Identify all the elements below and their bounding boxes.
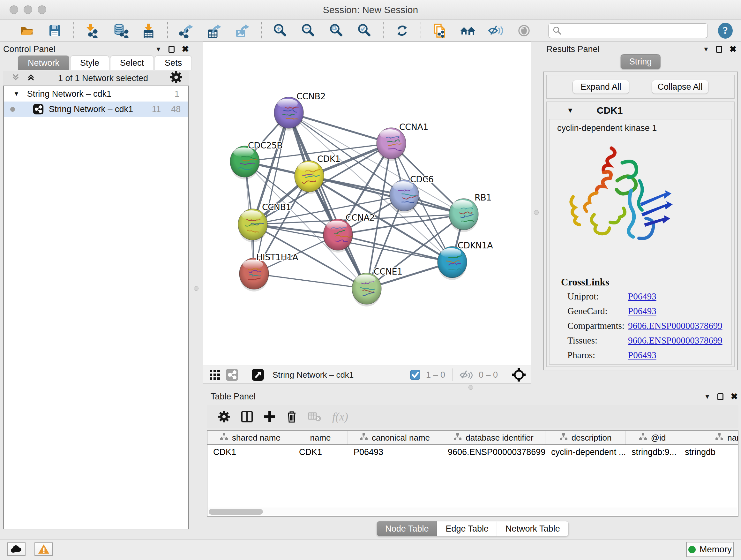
- search-icon: [553, 26, 562, 37]
- tab-select[interactable]: Select: [110, 56, 154, 70]
- tab-network-table[interactable]: Network Table: [497, 521, 569, 537]
- zoom-in-icon[interactable]: [272, 22, 288, 39]
- gene-description: cyclin-dependent kinase 1: [557, 123, 657, 133]
- column-header-name[interactable]: name: [293, 431, 348, 444]
- column-header-database-identifier[interactable]: database identifier: [442, 431, 545, 444]
- expand-all-button[interactable]: Expand All: [572, 80, 629, 94]
- table-cell[interactable]: stringdb: [679, 445, 738, 459]
- add-icon[interactable]: [264, 410, 275, 423]
- table-body: CDK1CDK1P064939606.ENSP00000378699cyclin…: [207, 445, 738, 459]
- float-panel-icon[interactable]: [716, 46, 722, 53]
- crosslink-value[interactable]: P06493: [628, 291, 657, 302]
- panel-menu-icon[interactable]: ▼: [703, 46, 710, 53]
- columns-icon[interactable]: [241, 410, 253, 423]
- network-canvas[interactable]: CCNB2CCNA1CDC25BCDK1CDC6RB1CCNB1CCNA2CDK…: [203, 42, 531, 366]
- import-network-icon[interactable]: [84, 22, 101, 39]
- column-header--id[interactable]: @id: [626, 431, 679, 444]
- save-session-icon[interactable]: [47, 22, 63, 39]
- column-header-shared-name[interactable]: shared name: [207, 431, 293, 444]
- string-results-container: Expand All Collapse All ▼ CDK1 cyclin-de…: [543, 71, 738, 370]
- import-table-icon[interactable]: [140, 22, 157, 39]
- float-panel-icon[interactable]: [718, 393, 724, 400]
- zoom-selected-icon[interactable]: [356, 22, 373, 39]
- table-cell[interactable]: cyclin-dependent ...: [545, 445, 626, 459]
- close-panel-icon[interactable]: ✖: [729, 44, 737, 54]
- selected-checkbox[interactable]: [410, 370, 420, 380]
- crosslink-label: GeneCard:: [567, 306, 608, 316]
- right-splitter-handle[interactable]: [534, 210, 539, 215]
- zoom-fit-icon[interactable]: [328, 22, 345, 39]
- cloud-icon[interactable]: [7, 543, 25, 556]
- hidden-node-edge-count: 0 – 0: [479, 370, 498, 380]
- neighbors-icon[interactable]: [460, 22, 476, 39]
- column-header-description[interactable]: description: [545, 431, 626, 444]
- refresh-icon[interactable]: [394, 22, 410, 39]
- close-panel-icon[interactable]: ✖: [182, 44, 189, 54]
- grid-icon[interactable]: [209, 369, 220, 381]
- import-database-icon[interactable]: [112, 22, 129, 39]
- panel-menu-icon[interactable]: ▼: [704, 393, 711, 400]
- expand-collapse-box: Expand All Collapse All: [546, 75, 735, 99]
- collection-count: 1: [175, 89, 179, 99]
- gene-section-header[interactable]: ▼ CDK1: [547, 102, 734, 119]
- table-cell[interactable]: P06493: [348, 445, 442, 459]
- collapse-node-icon[interactable]: ▼: [13, 90, 19, 98]
- birdseye-icon[interactable]: [252, 368, 264, 381]
- crosshair-icon[interactable]: [512, 368, 526, 382]
- collapse-section-icon[interactable]: ▼: [567, 106, 574, 115]
- crosslink-value[interactable]: P06493: [628, 306, 657, 316]
- network-tree-row[interactable]: String Network – cdk1 11 48: [4, 102, 188, 117]
- selected-node-edge-count: 1 – 0: [426, 370, 445, 380]
- hidden-eye-icon: [459, 369, 473, 381]
- table-hscrollbar[interactable]: [208, 508, 737, 515]
- table-row[interactable]: CDK1CDK1P064939606.ENSP00000378699cyclin…: [207, 445, 738, 459]
- svg-text:CDK1: CDK1: [317, 154, 340, 164]
- horizontal-splitter-handle[interactable]: [468, 385, 473, 390]
- share-box-icon[interactable]: [226, 368, 239, 381]
- crosslink-value[interactable]: 9606.ENSP00000378699: [628, 320, 723, 331]
- show-details-icon: [516, 22, 532, 39]
- tab-sets[interactable]: Sets: [155, 56, 192, 70]
- zoom-out-icon[interactable]: [300, 22, 317, 39]
- export-image-icon[interactable]: [234, 22, 251, 39]
- export-network-icon[interactable]: [178, 22, 195, 39]
- gear-icon[interactable]: [218, 411, 230, 423]
- table-cell[interactable]: CDK1: [207, 445, 293, 459]
- left-splitter-handle[interactable]: [194, 286, 199, 291]
- expand-all-icon[interactable]: [25, 72, 37, 85]
- tab-network[interactable]: Network: [18, 56, 69, 70]
- collapse-all-icon[interactable]: [10, 72, 21, 85]
- main-toolbar: ?: [0, 20, 741, 42]
- collapse-all-button[interactable]: Collapse All: [652, 80, 709, 94]
- hierarchy-icon: [715, 433, 724, 443]
- tab-style[interactable]: Style: [70, 56, 109, 70]
- network-tree-row[interactable]: ▼ String Network – cdk1 1: [4, 86, 188, 102]
- hide-details-icon[interactable]: [488, 22, 504, 39]
- crosslink-value[interactable]: P06493: [628, 350, 657, 361]
- close-panel-icon[interactable]: ✖: [731, 391, 738, 401]
- warning-icon[interactable]: [35, 543, 53, 556]
- table-cell[interactable]: 9606.ENSP00000378699: [442, 445, 545, 459]
- export-table-icon[interactable]: [206, 22, 223, 39]
- duplicate-network-icon[interactable]: [431, 22, 448, 39]
- open-session-icon[interactable]: [18, 22, 35, 39]
- crosslink-value[interactable]: 9606.ENSP00000378699: [628, 335, 723, 346]
- gear-icon[interactable]: [170, 71, 183, 86]
- tab-node-table[interactable]: Node Table: [377, 521, 437, 537]
- search-input[interactable]: [548, 23, 708, 38]
- column-header-namespace[interactable]: namespace: [679, 431, 738, 444]
- crosslink-label: Pharos:: [567, 350, 595, 361]
- tab-edge-table[interactable]: Edge Table: [437, 521, 497, 537]
- table-cell[interactable]: stringdb:9...: [626, 445, 679, 459]
- scrollbar-thumb[interactable]: [209, 509, 263, 515]
- delete-icon[interactable]: [286, 410, 297, 423]
- memory-button[interactable]: Memory: [686, 542, 734, 557]
- help-button[interactable]: ?: [718, 23, 733, 39]
- clear-table-icon: [308, 411, 321, 422]
- panel-menu-icon[interactable]: ▼: [155, 46, 162, 53]
- tab-string[interactable]: String: [621, 54, 661, 69]
- float-panel-icon[interactable]: [169, 46, 175, 53]
- network-status-dot: [10, 107, 15, 112]
- column-header-canonical-name[interactable]: canonical name: [348, 431, 442, 444]
- table-cell[interactable]: CDK1: [293, 445, 348, 459]
